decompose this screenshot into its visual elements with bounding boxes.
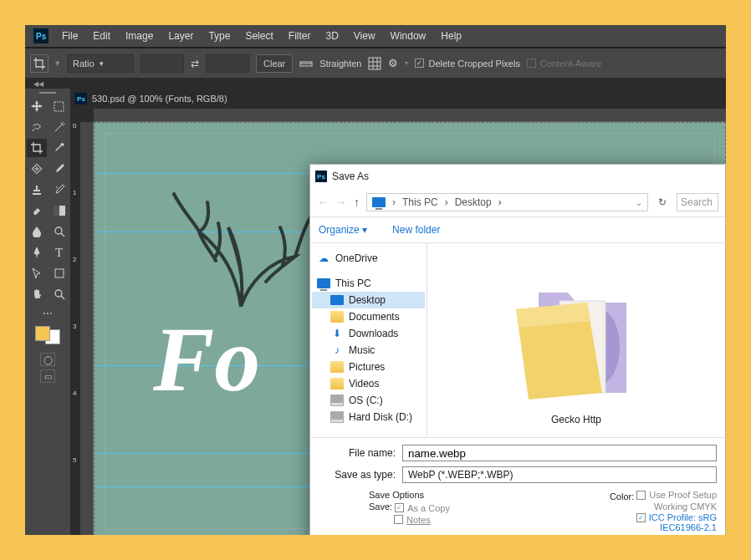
pictures-icon [330,361,344,373]
color-swatch[interactable] [35,326,60,344]
menu-layer[interactable]: Layer [168,30,193,42]
nav-bar: ← → ↑ › This PC › Desktop › ⌄ ↻ Search [310,188,725,216]
tree-onedrive[interactable]: ☁OneDrive [312,250,425,267]
organize-button[interactable]: Organize ▾ [319,224,367,236]
menu-image[interactable]: Image [125,30,153,42]
menu-file[interactable]: File [62,30,78,42]
path-tool[interactable] [27,264,47,283]
drive-icon [330,395,344,406]
save-as-dialog: Ps Save As ← → ↑ › This PC › Desktop › ⌄… [309,164,726,535]
svg-text:Ps: Ps [36,32,47,41]
history-brush-tool[interactable] [49,181,69,199]
tree-hdd[interactable]: Hard Disk (D:) [312,409,425,425]
gear-icon[interactable]: ⚙ [388,57,398,69]
straighten-icon[interactable] [299,58,313,69]
crumb-thispc[interactable]: This PC [402,196,438,208]
tree-downloads[interactable]: ⬇Downloads [312,325,425,342]
icc-checkbox[interactable]: ✓ICC Profile: sRG [636,512,717,522]
nav-tree: ☁OneDrive This PC Desktop Documents ⬇Dow… [310,243,427,437]
tree-desktop[interactable]: Desktop [312,292,425,308]
shape-tool[interactable] [49,264,69,283]
pc-icon [317,277,330,289]
lasso-tool[interactable] [27,118,47,136]
dialog-title: Save As [332,171,369,182]
delete-cropped-label: Delete Cropped Pixels [428,59,519,69]
quickselect-tool[interactable] [49,118,69,136]
eyedropper-tool[interactable] [49,139,69,157]
refresh-icon[interactable]: ↻ [655,195,670,210]
crop-tool-icon[interactable] [30,54,49,73]
tree-documents[interactable]: Documents [312,308,425,325]
clear-button[interactable]: Clear [256,54,293,73]
ruler-vertical: 0 1 2 3 4 5 [80,122,94,535]
stamp-tool[interactable] [27,181,47,199]
ratio-dropdown[interactable]: Ratio [67,54,134,73]
nav-forward-icon[interactable]: → [335,196,347,209]
grid-icon[interactable] [368,57,381,70]
proof-checkbox[interactable]: Use Proof Setup [636,490,717,500]
breadcrumb[interactable]: › This PC › Desktop › ⌄ [366,193,648,211]
menu-edit[interactable]: Edit [93,30,110,42]
crop-tool[interactable] [27,139,47,157]
zoom-tool[interactable] [49,285,69,303]
dialog-ps-icon: Ps [315,171,327,182]
crumb-chevron-down-icon[interactable]: ⌄ [636,198,642,207]
svg-rect-11 [55,269,64,277]
tree-music[interactable]: ♪Music [312,342,425,359]
menu-3d[interactable]: 3D [325,30,338,42]
menu-view[interactable]: View [354,30,376,42]
dialog-titlebar[interactable]: Ps Save As [310,165,725,188]
filename-label: File name: [319,447,402,459]
nav-up-icon[interactable]: ↑ [354,196,360,209]
collapse-bar[interactable]: ◀◀ [25,79,726,89]
heal-tool[interactable] [27,160,47,178]
folder-item-label: Gecko Http [551,414,601,425]
eraser-tool[interactable] [27,201,47,220]
app-window: Ps File Edit Image Layer Type Select Fil… [25,25,726,535]
quickmask-icon[interactable]: ◯ [40,353,55,366]
pen-tool[interactable] [27,243,47,262]
file-pane[interactable]: Gecko Http [427,243,725,437]
canvas-text: Fo [153,307,260,413]
savetype-dropdown[interactable]: WebP (*.WEBP;*.WBP) [402,466,717,483]
menu-select[interactable]: Select [245,30,273,42]
delete-cropped-checkbox[interactable]: ✓ Delete Cropped Pixels [415,59,519,69]
width-input[interactable] [140,54,184,73]
blur-tool[interactable] [27,222,47,241]
swap-icon[interactable]: ⇄ [191,58,199,69]
document-tab[interactable]: Ps 530.psd @ 100% (Fonts, RGB/8) [70,89,726,109]
filename-input[interactable] [402,445,717,461]
search-input[interactable]: Search [677,193,718,211]
menu-type[interactable]: Type [208,30,230,42]
menu-help[interactable]: Help [441,30,462,42]
nav-back-icon[interactable]: ← [317,196,329,209]
svg-rect-9 [54,206,59,216]
type-tool[interactable]: T [49,243,69,262]
gradient-tool[interactable] [49,201,69,220]
content-aware-checkbox[interactable]: Content-Aware [527,59,601,69]
notes-checkbox[interactable]: Notes [394,515,431,525]
ruler-horizontal [94,109,726,122]
folder-item[interactable] [493,255,660,405]
menu-filter[interactable]: Filter [289,30,311,42]
crumb-desktop[interactable]: Desktop [455,196,492,208]
tree-pictures[interactable]: Pictures [312,359,425,375]
videos-icon [330,378,344,389]
screenmode-icon[interactable]: ▭ [40,369,55,383]
folder-icon [330,311,344,323]
new-folder-button[interactable]: New folder [392,224,440,236]
as-copy-checkbox[interactable]: ✓As a Copy [395,503,450,513]
working-cmyk-label: Working CMYK [610,501,717,512]
tree-videos[interactable]: Videos [312,375,425,392]
move-tool[interactable] [27,97,47,115]
dodge-tool[interactable] [49,222,69,241]
brush-tool[interactable] [49,160,69,178]
svg-rect-5 [54,102,64,111]
marquee-tool[interactable] [49,97,69,115]
tree-thispc[interactable]: This PC [312,275,425,292]
antler-graphic [170,181,287,282]
menu-window[interactable]: Window [391,30,427,42]
tree-osc[interactable]: OS (C:) [312,392,425,409]
hand-tool[interactable] [27,285,47,303]
height-input[interactable] [206,54,249,73]
